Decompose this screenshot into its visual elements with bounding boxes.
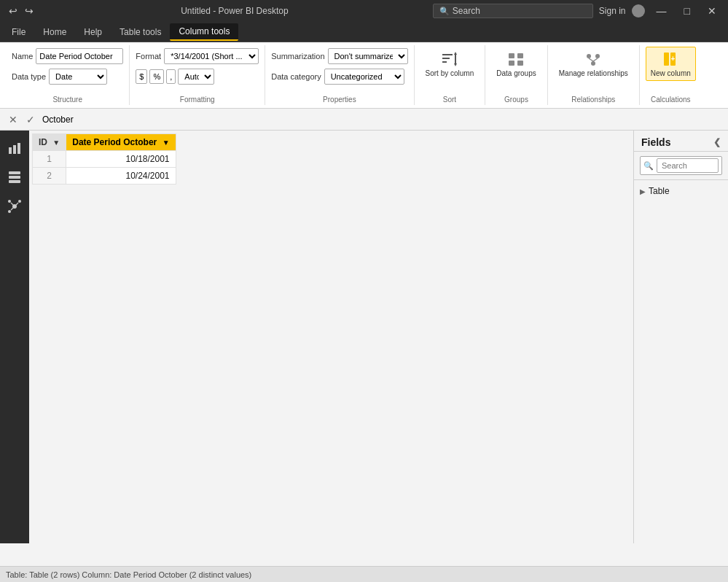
menu-file[interactable]: File xyxy=(3,24,34,40)
svg-rect-1 xyxy=(442,58,450,59)
formula-delete-button[interactable]: ✕ xyxy=(6,112,20,127)
svg-rect-8 xyxy=(509,61,514,66)
svg-line-28 xyxy=(11,203,13,205)
svg-point-10 xyxy=(587,54,591,58)
menu-column-tools[interactable]: Column tools xyxy=(170,23,238,41)
main-area: ID ▼ Date Period October ▼ 1 10/18/2001 … xyxy=(0,131,728,543)
date-col-dropdown-icon[interactable]: ▼ xyxy=(163,139,170,147)
svg-line-14 xyxy=(593,58,598,61)
name-label: Name xyxy=(12,52,33,61)
table-tree-item[interactable]: ▶ Table xyxy=(634,183,728,199)
data-type-select[interactable]: Date xyxy=(49,69,107,85)
svg-rect-22 xyxy=(9,176,20,179)
svg-point-12 xyxy=(591,61,595,66)
data-category-select[interactable]: Uncategorized xyxy=(324,69,404,85)
menu-home[interactable]: Home xyxy=(34,24,75,40)
data-groups-label: Data groups xyxy=(496,69,536,77)
ribbon-group-calculations: + New column Calculations xyxy=(640,45,702,105)
svg-rect-15 xyxy=(664,53,669,66)
title-search-placeholder: Search xyxy=(453,6,480,16)
manage-relationships-button[interactable]: Manage relationships xyxy=(554,47,633,81)
fields-panel-header: Fields ❮ xyxy=(634,131,728,152)
left-sidebar xyxy=(0,131,29,543)
groups-icon xyxy=(507,50,525,68)
data-cat-label: Data category xyxy=(271,72,321,81)
table-row: 2 10/24/2001 xyxy=(33,168,176,185)
close-button[interactable]: ✕ xyxy=(702,4,722,18)
fields-panel: Fields ❮ 🔍 ▶ Table xyxy=(633,131,728,543)
data-groups-button[interactable]: Data groups xyxy=(491,47,541,81)
properties-group-label: Properties xyxy=(323,94,356,104)
new-column-icon: + xyxy=(662,50,679,68)
fields-search-input[interactable] xyxy=(657,158,719,173)
ribbon-group-formatting: Format *3/14/2001 (Short ... $ % , Auto … xyxy=(130,45,265,105)
row-1-date: 10/18/2001 xyxy=(66,151,176,168)
formula-confirm-button[interactable]: ✓ xyxy=(23,112,38,127)
svg-line-29 xyxy=(16,203,18,205)
menu-table-tools[interactable]: Table tools xyxy=(111,24,170,40)
svg-rect-18 xyxy=(9,147,12,154)
auto-select[interactable]: Auto xyxy=(178,69,214,85)
col-header-id[interactable]: ID ▼ xyxy=(33,134,66,151)
data-view: ID ▼ Date Period October ▼ 1 10/18/2001 … xyxy=(29,131,633,543)
svg-point-11 xyxy=(595,54,600,58)
data-table: ID ▼ Date Period October ▼ 1 10/18/2001 … xyxy=(32,133,176,185)
svg-rect-0 xyxy=(442,54,453,55)
redo-button[interactable]: ↪ xyxy=(22,4,36,18)
col-date-label: Date Period October xyxy=(72,137,157,147)
minimize-button[interactable]: — xyxy=(651,4,673,18)
undo-button[interactable]: ↩ xyxy=(6,4,20,18)
svg-rect-6 xyxy=(509,53,514,58)
comma-button[interactable]: , xyxy=(166,69,176,84)
sign-in-label[interactable]: Sign in xyxy=(599,6,626,16)
report-view-icon[interactable] xyxy=(3,136,26,160)
svg-rect-7 xyxy=(517,53,523,58)
user-avatar[interactable] xyxy=(632,4,645,18)
svg-rect-5 xyxy=(455,55,456,63)
sort-by-column-label: Sort by column xyxy=(426,69,474,77)
relationships-group-label: Relationships xyxy=(571,94,615,104)
summarization-select[interactable]: Don't summarize xyxy=(328,48,408,64)
svg-rect-19 xyxy=(13,145,16,154)
svg-text:+: + xyxy=(671,55,676,63)
status-bar: Table: Table (2 rows) Column: Date Perio… xyxy=(0,566,728,582)
col-header-date-period[interactable]: Date Period October ▼ xyxy=(66,134,176,151)
row-1-id: 1 xyxy=(33,151,66,168)
format-select[interactable]: *3/14/2001 (Short ... xyxy=(164,48,259,64)
col-id-label: ID xyxy=(39,137,47,147)
ribbon-group-properties: Summarization Don't summarize Data categ… xyxy=(265,45,414,105)
sort-icon xyxy=(441,50,458,68)
formula-input[interactable] xyxy=(42,115,722,125)
manage-relationships-label: Manage relationships xyxy=(559,69,628,77)
svg-point-26 xyxy=(18,200,21,203)
fields-title: Fields xyxy=(641,136,670,148)
data-type-label: Data type xyxy=(12,72,46,81)
sort-group-label: Sort xyxy=(443,94,456,104)
fields-search-container: 🔍 xyxy=(634,152,728,180)
currency-button[interactable]: $ xyxy=(136,69,147,84)
calculations-group-label: Calculations xyxy=(651,94,690,104)
window-title: Untitled - Power BI Desktop xyxy=(36,6,433,16)
ribbon-group-groups: Data groups Groups xyxy=(485,45,547,105)
new-column-label: New column xyxy=(651,69,691,77)
status-text: Table: Table (2 rows) Column: Date Perio… xyxy=(6,570,251,579)
tree-arrow-icon: ▶ xyxy=(640,187,646,195)
table-row: 1 10/18/2001 xyxy=(33,151,176,168)
ribbon: Name Data type Date Structure Format *3/… xyxy=(0,42,728,109)
id-col-dropdown-icon[interactable]: ▼ xyxy=(52,139,60,147)
sort-by-column-button[interactable]: Sort by column xyxy=(420,47,480,81)
format-label: Format xyxy=(136,52,161,61)
percent-button[interactable]: % xyxy=(149,69,164,84)
formatting-group-label: Formatting xyxy=(180,94,215,104)
svg-line-13 xyxy=(589,58,593,61)
data-view-icon[interactable] xyxy=(3,166,26,189)
relationships-icon xyxy=(584,50,602,68)
name-input[interactable] xyxy=(36,48,123,64)
maximize-button[interactable]: □ xyxy=(678,4,696,18)
groups-group-label: Groups xyxy=(504,94,528,104)
fields-collapse-icon[interactable]: ❮ xyxy=(713,137,721,147)
row-2-id: 2 xyxy=(33,168,66,185)
new-column-button[interactable]: + New column xyxy=(646,47,696,81)
model-view-icon[interactable] xyxy=(3,195,26,218)
menu-help[interactable]: Help xyxy=(75,24,111,40)
